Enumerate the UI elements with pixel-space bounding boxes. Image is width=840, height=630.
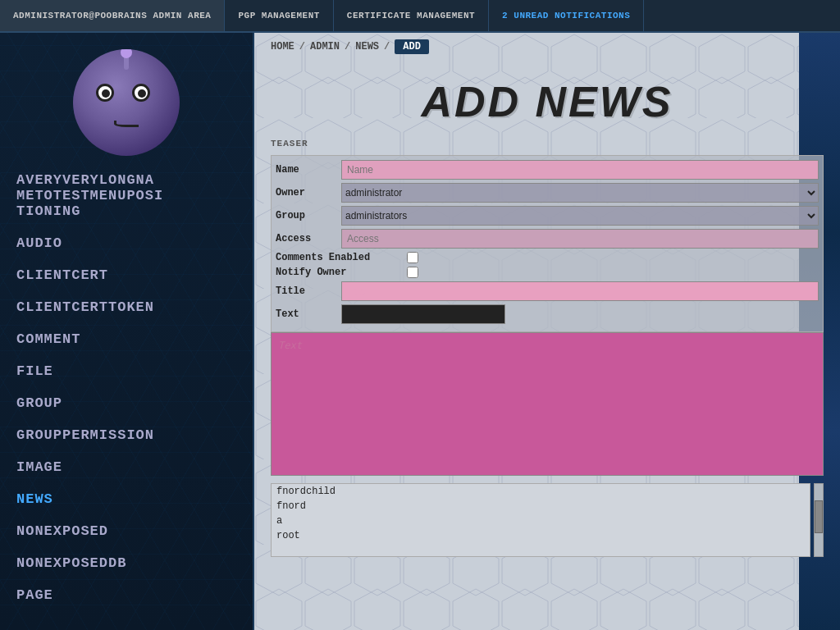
sidebar-item-clientcerttoken[interactable]: CLIENTCERTTOKEN: [0, 291, 253, 323]
text-input-short: [341, 304, 505, 324]
avatar-left-eye: [96, 84, 114, 102]
breadcrumb-home[interactable]: Home: [271, 41, 294, 52]
sidebar-item-comment[interactable]: COMMENT: [0, 323, 253, 355]
access-label: Access: [276, 233, 341, 244]
notifications-link[interactable]: 2 Unread Notifications: [489, 0, 644, 31]
form-grid: Name Owner administrator Group administr…: [271, 155, 824, 332]
comments-checkbox[interactable]: [407, 252, 418, 263]
form-row-name: Name: [276, 160, 819, 180]
sidebar-item-file[interactable]: FILE: [0, 355, 253, 387]
text-label: Text: [276, 308, 341, 320]
avatar-face: [73, 49, 180, 156]
sidebar: AVERYVERYLONGNA METOTESTMENUPOSI TIONING…: [0, 33, 254, 630]
sidebar-item-group[interactable]: GROUP: [0, 387, 253, 419]
sidebar-item-nonexposeddb[interactable]: NONEXPOSEDDB: [0, 547, 253, 579]
name-label: Name: [276, 164, 341, 176]
avatar-mouth: [114, 121, 139, 127]
form-section: Teaser Name Owner administrator Group ad…: [254, 139, 840, 332]
sidebar-item-audio[interactable]: AUDIO: [0, 227, 253, 259]
section-label: Teaser: [271, 139, 824, 148]
scrollbar-track[interactable]: [814, 483, 824, 557]
sidebar-item-clientcert[interactable]: CLIENTCERT: [0, 259, 253, 291]
avatar: [73, 49, 180, 156]
main-layout: AVERYVERYLONGNA METOTESTMENUPOSI TIONING…: [0, 33, 840, 630]
content-area: Home / Admin / News / Add Add News Tease…: [254, 33, 840, 630]
name-input[interactable]: [341, 160, 819, 180]
list-item-a[interactable]: a: [272, 514, 810, 528]
sidebar-menu: AVERYVERYLONGNA METOTESTMENUPOSI TIONING…: [0, 164, 253, 630]
scrollbar-thumb[interactable]: [815, 500, 823, 533]
form-row-owner: Owner administrator: [276, 183, 819, 203]
list-item-root[interactable]: root: [272, 528, 810, 543]
access-input[interactable]: [341, 229, 819, 249]
sidebar-item-image[interactable]: IMAGE: [0, 451, 253, 483]
avatar-antenna: [124, 53, 129, 70]
top-nav: administrator@poobrains Admin Area PGP M…: [0, 0, 840, 33]
list-item-fnord[interactable]: fnord: [272, 499, 810, 514]
form-row-access: Access: [276, 229, 819, 249]
sidebar-item-nonexposed[interactable]: NONEXPOSED: [0, 515, 253, 547]
form-row-title: Title: [276, 281, 819, 301]
sidebar-item-news[interactable]: NEWS: [0, 483, 253, 515]
breadcrumb-sep3: /: [384, 41, 390, 52]
notify-checkbox[interactable]: [407, 267, 418, 278]
avatar-image: [73, 49, 180, 156]
form-row-notify: Notify Owner: [276, 267, 819, 278]
breadcrumb-admin[interactable]: Admin: [310, 41, 340, 52]
owner-label: Owner: [276, 187, 341, 199]
page-title-area: Add News: [254, 61, 840, 139]
bottom-list: fnordchildfnordaroot: [271, 483, 824, 557]
admin-area-link[interactable]: administrator@poobrains Admin Area: [0, 0, 225, 31]
sidebar-item-page[interactable]: PAGE: [0, 579, 253, 611]
avatar-right-eye: [132, 84, 150, 102]
title-input[interactable]: [341, 281, 819, 301]
breadcrumb-news[interactable]: News: [355, 41, 379, 52]
form-row-group: Group administrators: [276, 206, 819, 226]
breadcrumb: Home / Admin / News / Add: [254, 33, 840, 61]
sidebar-item-avery[interactable]: AVERYVERYLONGNA METOTESTMENUPOSI TIONING: [0, 164, 253, 227]
breadcrumb-current: Add: [395, 39, 429, 54]
textarea-container: [271, 332, 824, 480]
certificate-management-link[interactable]: Certificate Management: [334, 0, 489, 31]
notify-label: Notify Owner: [276, 267, 407, 278]
owner-select[interactable]: administrator: [341, 183, 819, 203]
group-label: Group: [276, 210, 341, 221]
comments-label: Comments Enabled: [276, 252, 407, 263]
sidebar-item-grouppermission[interactable]: GROUPPERMISSION: [0, 419, 253, 451]
pgp-management-link[interactable]: PGP Management: [225, 0, 333, 31]
form-row-comments: Comments Enabled: [276, 252, 819, 263]
form-row-text: Text: [276, 304, 819, 324]
group-select[interactable]: administrators: [341, 206, 819, 226]
page-title: Add News: [254, 77, 840, 126]
title-label: Title: [276, 285, 341, 297]
breadcrumb-sep2: /: [345, 41, 350, 52]
list-box[interactable]: fnordchildfnordaroot: [271, 483, 810, 557]
text-textarea[interactable]: [271, 332, 824, 476]
breadcrumb-sep1: /: [299, 41, 305, 52]
list-item-fnordchild[interactable]: fnordchild: [272, 484, 810, 499]
